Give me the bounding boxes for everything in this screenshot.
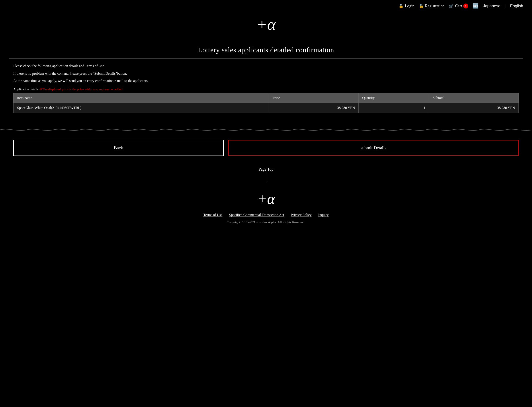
instruction-line3: At the same time as you apply, we will s… (13, 78, 519, 84)
cell-item-name: SpaceGlass-White Opal(210414050PWTBL) (14, 102, 269, 113)
page-title-section: Lottery sales applicants detailed confir… (0, 39, 532, 58)
table-header-row: Item name Price Quantity Subtotal (14, 93, 519, 102)
col-header-quantity: Quantity (359, 93, 429, 102)
cell-quantity: 1 (359, 102, 429, 113)
english-button[interactable]: English (510, 4, 523, 8)
col-header-price: Price (269, 93, 358, 102)
login-link[interactable]: 🔒 Login (398, 4, 414, 8)
lang-divider: | (505, 4, 506, 8)
header: 🔒 Login 🔒 Registration 🛒 Cart 1 🔤 Japane… (0, 0, 532, 12)
translate-icon: 🔤 (473, 3, 479, 9)
logo-area: +α (0, 12, 532, 39)
footer-sct-link[interactable]: Specified Commercial Transaction Act (229, 213, 284, 217)
footer-inquiry-link[interactable]: Inquiry (318, 213, 329, 217)
login-label: Login (405, 4, 414, 8)
footer-links: Terms of Use Specified Commercial Transa… (0, 211, 532, 220)
footer-logo-text: +α (0, 191, 532, 206)
registration-link[interactable]: 🔒 Registration (419, 4, 445, 8)
table-row: SpaceGlass-White Opal(210414050PWTBL)38,… (14, 102, 519, 113)
instruction-line1: Please check the following application d… (13, 63, 519, 69)
footer-terms-link[interactable]: Terms of Use (203, 213, 222, 217)
footer-privacy-link[interactable]: Privacy Policy (291, 213, 312, 217)
cart-link[interactable]: 🛒 Cart 1 (449, 4, 468, 8)
footer-copyright: Copyright 2012-2021 + α Plus Alpha. All … (0, 220, 532, 231)
cell-price: 38,280 YEN (269, 102, 358, 113)
wavy-divider (0, 126, 532, 133)
lock-icon-reg: 🔒 (419, 4, 424, 8)
page-top-link[interactable]: Page Top (259, 167, 274, 172)
submit-button[interactable]: submit Details (228, 140, 519, 156)
japanese-button[interactable]: Japanese (483, 4, 500, 8)
app-details-text: Application details (13, 87, 39, 91)
order-table: Item name Price Quantity Subtotal SpaceG… (13, 93, 519, 113)
footer-logo-area: +α (0, 185, 532, 211)
page-title: Lottery sales applicants detailed confir… (9, 46, 523, 54)
main-content: Please check the following application d… (0, 59, 532, 122)
copyright-text: Copyright 2012-2021 + α Plus Alpha. All … (227, 220, 305, 224)
registration-label: Registration (425, 4, 445, 8)
back-button[interactable]: Back (13, 140, 224, 156)
cart-label: Cart (455, 4, 462, 8)
cart-icon: 🛒 (449, 4, 454, 8)
col-header-subtotal: Subtotal (429, 93, 518, 102)
lock-icon: 🔒 (398, 4, 404, 8)
cart-badge: 1 (463, 4, 468, 8)
app-details-label: Application details ※The displayed price… (13, 87, 519, 91)
cell-subtotal: 38,280 YEN (429, 102, 518, 113)
page-top-section: Page Top (0, 163, 532, 185)
instruction-line2: If there is no problem with the content,… (13, 71, 519, 77)
buttons-row: Back submit Details (0, 138, 532, 163)
logo-text: +α (0, 16, 532, 32)
header-nav: 🔒 Login 🔒 Registration 🛒 Cart 1 🔤 Japane… (398, 3, 523, 9)
tax-note: ※The displayed price is the price with c… (39, 87, 123, 91)
col-header-item: Item name (14, 93, 269, 102)
